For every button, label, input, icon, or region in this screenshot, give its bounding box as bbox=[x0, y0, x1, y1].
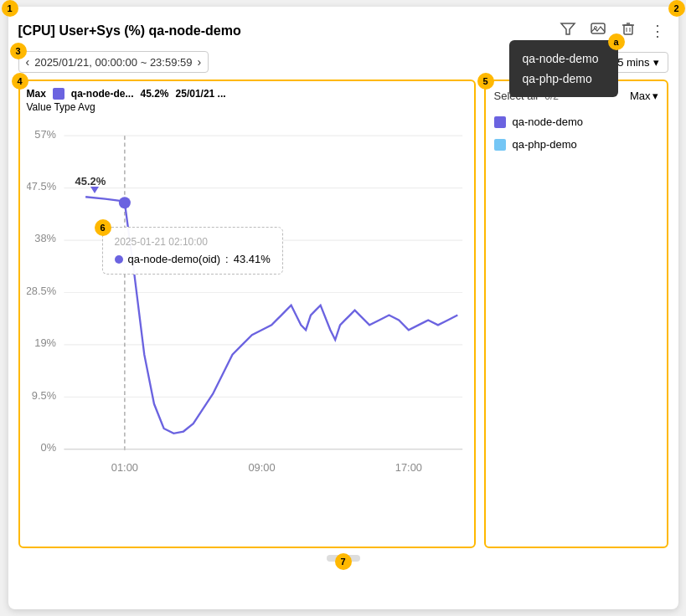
svg-text:28.5%: 28.5% bbox=[27, 285, 56, 297]
svg-text:0%: 0% bbox=[40, 441, 56, 454]
series-swatch-node bbox=[494, 116, 506, 128]
series-item-php[interactable]: qa-php-demo bbox=[494, 133, 658, 156]
left-panel: 4 Max qa-node-de... 45.2% 25/01/21 ... V… bbox=[18, 80, 476, 548]
svg-text:47.5%: 47.5% bbox=[27, 180, 56, 192]
legend-swatch bbox=[53, 88, 64, 100]
aggregation-button[interactable]: Max ▾ bbox=[630, 90, 658, 102]
legend-value-type-label: Value Type bbox=[27, 101, 76, 113]
peak-triangle bbox=[90, 187, 99, 193]
legend: Max qa-node-de... 45.2% 25/01/21 ... Val… bbox=[27, 88, 467, 113]
badge-3: 3 bbox=[10, 43, 27, 59]
legend-max-label: Max bbox=[27, 88, 46, 100]
chart-dot bbox=[118, 197, 130, 208]
series-swatch-php bbox=[494, 139, 506, 151]
badge-5: 5 bbox=[477, 73, 494, 90]
dropdown-item-node[interactable]: qa-node-demo bbox=[523, 49, 605, 69]
header-row: [CPU] User+Sys (%) qa-node-demo bbox=[18, 17, 668, 44]
badge-7: 7 bbox=[335, 553, 352, 570]
svg-marker-0 bbox=[561, 23, 575, 34]
svg-text:38%: 38% bbox=[34, 232, 56, 244]
prev-arrow[interactable]: ‹ bbox=[26, 55, 30, 69]
svg-rect-1 bbox=[591, 23, 605, 33]
dropdown-item-php[interactable]: qa-php-demo bbox=[523, 69, 605, 89]
badge-2: 2 bbox=[668, 0, 685, 17]
legend-series-name: qa-node-de... bbox=[71, 88, 134, 100]
bottom-bar: 7 bbox=[18, 555, 668, 562]
legend-date: 25/01/21 ... bbox=[176, 88, 226, 100]
svg-text:09:00: 09:00 bbox=[248, 461, 275, 474]
chart-area: 45.2% 57% 47.5% 38% 28.5% 19% 9.5% 0% bbox=[27, 118, 467, 562]
next-arrow[interactable]: › bbox=[197, 55, 201, 69]
series-name-php: qa-php-demo bbox=[513, 138, 577, 151]
main-card: 1 2 [CPU] User+Sys (%) qa-node-demo bbox=[8, 7, 678, 609]
main-area: 4 Max qa-node-de... 45.2% 25/01/21 ... V… bbox=[18, 80, 668, 548]
date-range-selector[interactable]: ‹ 2025/01/21, 00:00:00 ~ 23:59:59 › bbox=[18, 51, 209, 73]
badge-a: a bbox=[608, 33, 625, 50]
svg-rect-3 bbox=[624, 25, 632, 34]
legend-value: 45.2% bbox=[141, 88, 169, 100]
badge-4: 4 bbox=[12, 73, 28, 90]
right-panel: 5 Select all 0/2 Max ▾ qa-node-demo qa-p… bbox=[484, 80, 668, 548]
peak-label: 45.2% bbox=[75, 175, 106, 187]
legend-value-type-value: Avg bbox=[78, 101, 95, 113]
series-name-node: qa-node-demo bbox=[513, 116, 584, 128]
more-button[interactable]: ⋮ bbox=[647, 18, 668, 44]
svg-text:19%: 19% bbox=[34, 336, 56, 349]
dropdown-menu: a qa-node-demo qa-php-demo bbox=[509, 40, 618, 97]
svg-text:57%: 57% bbox=[34, 128, 56, 141]
date-range-text: 2025/01/21, 00:00:00 ~ 23:59:59 bbox=[34, 56, 192, 69]
svg-text:9.5%: 9.5% bbox=[31, 389, 55, 402]
series-item-node[interactable]: qa-node-demo bbox=[494, 110, 658, 133]
badge-1: 1 bbox=[2, 0, 18, 17]
page-title: [CPU] User+Sys (%) qa-node-demo bbox=[18, 23, 379, 38]
svg-text:01:00: 01:00 bbox=[111, 461, 137, 474]
svg-text:17:00: 17:00 bbox=[395, 461, 421, 474]
